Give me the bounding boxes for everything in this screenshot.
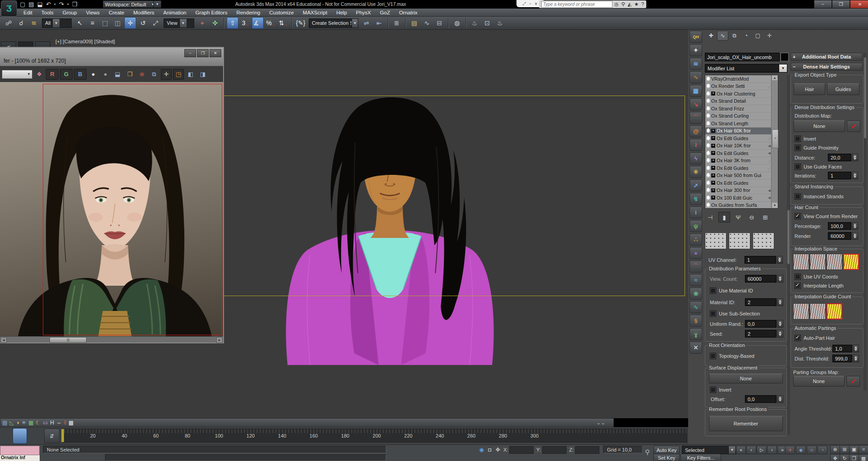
- ox-info-icon[interactable]: i: [690, 206, 702, 219]
- menu-physx[interactable]: PhysX: [352, 10, 375, 15]
- help-icon[interactable]: ?: [641, 1, 644, 7]
- menu-animation[interactable]: Animation: [159, 10, 191, 15]
- bind-to-space-warp-icon[interactable]: ≋: [28, 17, 40, 29]
- dist-threshold-spinner[interactable]: [853, 355, 859, 362]
- modifier-stack[interactable]: VRayOrnatrixModOx Render Setti⋰+Ox Hair …: [705, 75, 778, 209]
- ox-sprout-icon[interactable]: ψ: [690, 220, 702, 232]
- parting-groups-map-button[interactable]: None: [793, 376, 845, 387]
- modifier-stack-row[interactable]: Ox Strand Detail: [705, 98, 778, 105]
- curve-editor-icon[interactable]: ∿: [421, 17, 433, 29]
- workspace-flyout-icon[interactable]: ▼: [153, 0, 161, 8]
- menu-modifiers[interactable]: Modifiers: [129, 10, 159, 15]
- close-button[interactable]: ✕: [850, 0, 868, 9]
- remove-modifier-icon[interactable]: ⊖: [746, 212, 757, 222]
- menu-goz[interactable]: GoZ: [375, 10, 394, 15]
- field-of-view-icon[interactable]: ▦: [859, 454, 868, 461]
- workspace-dropdown[interactable]: Workspace: Default ▾: [103, 0, 156, 8]
- z-coordinate-field[interactable]: [575, 446, 599, 454]
- ox-comb-icon[interactable]: ≋: [690, 58, 702, 70]
- named-selection-set-dropdown[interactable]: Create Selection Se▼: [309, 18, 358, 28]
- material-id-field[interactable]: 2: [745, 298, 777, 306]
- menu-edit[interactable]: Edit: [19, 10, 37, 15]
- named-selection-sets-icon[interactable]: {✎}: [295, 17, 306, 29]
- next-frame-button[interactable]: ›: [767, 446, 777, 454]
- ox-flower-icon[interactable]: ❀: [690, 288, 702, 300]
- uv-channel-spinner[interactable]: [777, 256, 783, 264]
- configure-modifier-sets-icon[interactable]: ⊞: [760, 212, 771, 222]
- mirror-icon[interactable]: ⇌: [361, 17, 372, 29]
- select-and-scale-icon[interactable]: ⤢: [150, 17, 161, 29]
- modifier-visibility-bulb-icon[interactable]: [707, 203, 710, 207]
- instanced-strands-row[interactable]: Instanced Strands: [795, 193, 844, 200]
- menu-views[interactable]: Views: [82, 10, 104, 15]
- previous-frame-button[interactable]: ‹: [746, 446, 756, 454]
- rollout-dense-hair-settings[interactable]: − Dense Hair Settings: [790, 63, 863, 71]
- vfb-background-icon[interactable]: ☾: [36, 420, 41, 426]
- vfb-white-balance-icon[interactable]: ✳: [22, 420, 26, 426]
- select-and-rotate-icon[interactable]: ↺: [137, 17, 149, 29]
- uv-channel-field[interactable]: 1: [745, 256, 776, 264]
- distribution-random-button[interactable]: [705, 233, 726, 249]
- project-folder-icon[interactable]: ❒: [72, 1, 78, 8]
- vfb-ocio-icon[interactable]: ▩: [69, 420, 73, 426]
- vfb-minimize-button[interactable]: −: [184, 49, 196, 57]
- selection-filter-dropdown[interactable]: All▼: [42, 18, 72, 28]
- favorites-star-icon[interactable]: ★: [634, 1, 639, 7]
- time-configuration-icon[interactable]: ◔: [818, 446, 827, 454]
- redo-caret-icon[interactable]: ▾: [67, 2, 69, 6]
- play-button[interactable]: ▷: [757, 446, 767, 454]
- offset-field[interactable]: 0,0: [745, 395, 777, 403]
- modifier-visibility-bulb-icon[interactable]: [707, 196, 710, 200]
- ox-knot-icon[interactable]: ✕: [690, 342, 702, 354]
- auto-part-hair-checkbox[interactable]: [795, 335, 801, 341]
- ox-burst-icon[interactable]: ✳: [690, 166, 702, 178]
- maxscript-mini-listener[interactable]: [0, 446, 40, 455]
- search-input[interactable]: [541, 1, 612, 8]
- window-crossing-icon[interactable]: ◫: [112, 17, 123, 29]
- stack-scrollbar[interactable]: ▲ ≡ ▼: [771, 75, 778, 208]
- modifier-stack-row[interactable]: +Ox Edit Guides: [705, 179, 778, 187]
- use-uv-coords-checkbox[interactable]: [795, 274, 801, 280]
- modifier-visibility-bulb-icon[interactable]: [707, 143, 710, 148]
- select-object-icon[interactable]: ↖: [74, 17, 86, 29]
- audio-sync-icon[interactable]: ∩: [807, 446, 817, 454]
- layer-manager-icon[interactable]: ≣: [391, 17, 402, 29]
- load-image-icon[interactable]: ❒: [124, 69, 135, 80]
- modifier-stack-row[interactable]: +Ox Hair 3K from⋰: [705, 157, 778, 165]
- open-file-icon[interactable]: ▤: [28, 1, 34, 8]
- clear-image-icon[interactable]: ⊗: [137, 69, 147, 80]
- ox-wave-icon[interactable]: ↯: [690, 193, 702, 205]
- modifier-stack-row[interactable]: Ox Guides from Surfa: [705, 202, 778, 209]
- scroll-down-icon[interactable]: ▼: [772, 203, 777, 208]
- interpolate-length-row[interactable]: Interpolate Length: [795, 283, 844, 289]
- menu-help[interactable]: Help: [332, 10, 352, 15]
- vfb-restore-button[interactable]: ❐: [197, 49, 209, 57]
- zoom-all-icon[interactable]: ⊞: [840, 445, 850, 454]
- zoom-extents-icon[interactable]: ▣: [849, 445, 859, 454]
- use-guide-faces-checkbox[interactable]: [795, 164, 801, 170]
- remember-button[interactable]: Remember: [709, 416, 783, 431]
- alpha-channel-icon[interactable]: ●: [88, 69, 99, 80]
- modifier-stack-row[interactable]: +Ox Hair 10K fror◄: [705, 142, 778, 150]
- key-mode-icon[interactable]: ◆: [796, 446, 806, 454]
- guide-proximity-row[interactable]: Guide Proximity: [795, 145, 839, 151]
- guide-count-option-3[interactable]: [827, 303, 842, 320]
- subscription-key-icon[interactable]: ⚲: [621, 1, 625, 7]
- go-to-start-button[interactable]: «: [736, 446, 746, 454]
- expand-plus-icon[interactable]: +: [711, 151, 715, 155]
- guides-button[interactable]: Guides: [827, 83, 859, 95]
- menu-rendering[interactable]: Rendering: [232, 10, 265, 15]
- ox-spiral-icon[interactable]: @: [690, 125, 702, 137]
- ox-curls-icon[interactable]: ∿: [690, 71, 702, 83]
- absolute-offset-icon[interactable]: ✥: [494, 446, 502, 453]
- track-bar[interactable]: 2040608010012014016018020022024026028030…: [61, 429, 687, 443]
- caption-minimize-icon[interactable]: −: [529, 1, 531, 6]
- ox-up-arrow-icon[interactable]: ➚: [690, 179, 702, 192]
- use-material-id-checkbox[interactable]: [710, 288, 716, 294]
- ox-ball-icon[interactable]: ●: [690, 247, 702, 259]
- search-icon[interactable]: ◎: [614, 1, 619, 7]
- maximize-viewport-icon[interactable]: ❒: [849, 454, 859, 461]
- interp-space-option-4[interactable]: [843, 254, 859, 270]
- angle-snap-icon[interactable]: ∡∩: [252, 17, 264, 29]
- use-uv-coords-row[interactable]: Use UV Coords: [795, 274, 838, 280]
